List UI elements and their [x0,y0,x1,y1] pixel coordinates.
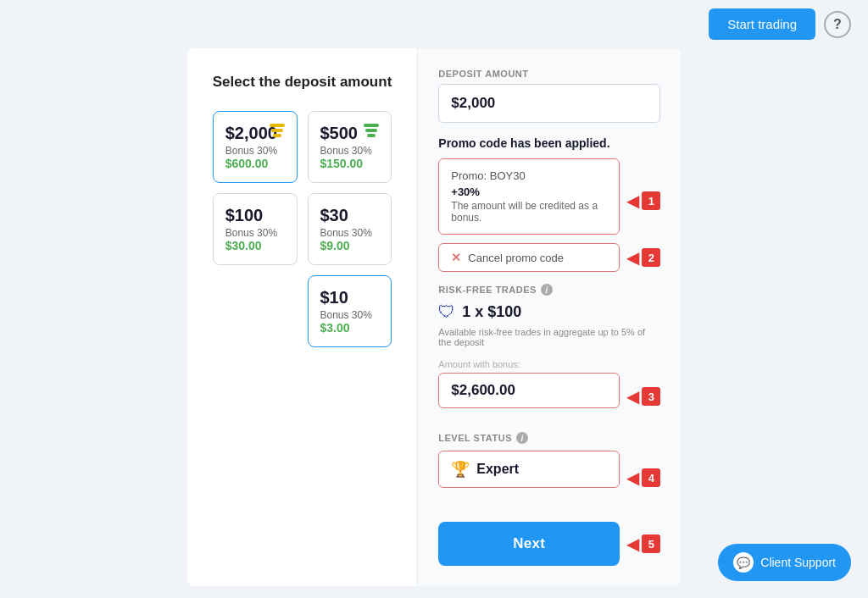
card-bonus-label: Bonus 30% [320,227,380,239]
annotation-number-1: 1 [642,191,660,210]
promo-code-name: Promo: BOY30 [451,169,607,182]
risk-free-row: 🛡 1 x $100 [438,302,660,322]
card-bonus-label: Bonus 30% [225,227,285,239]
right-panel: DEPOSIT AMOUNT Promo code has been appli… [418,48,681,586]
card-bonus-value: $9.00 [320,239,380,252]
deposit-amount-input[interactable] [438,84,660,123]
card-bonus-label: Bonus 30% [320,145,380,157]
card-bonus-value: $150.00 [320,157,380,170]
card-amount: $100 [225,206,285,225]
annotation-5: ◀ 5 [626,534,660,554]
annotation-number-5: 5 [642,534,660,553]
deposit-card-2000[interactable]: $2,000 Bonus 30% $600.00 [213,111,298,183]
cancel-x-icon: ✕ [451,251,461,264]
cancel-promo-label: Cancel promo code [468,252,564,264]
level-status-value: Expert [476,462,519,477]
deposit-amount-label: DEPOSIT AMOUNT [438,69,660,79]
stack-green-icon [364,124,379,137]
annotation-number-2: 2 [642,248,660,267]
risk-free-info-icon[interactable]: i [541,284,553,296]
expert-icon: 🏆 [451,460,470,479]
deposit-card-10[interactable]: $10 Bonus 30% $3.00 [308,275,392,347]
cancel-promo-button[interactable]: ✕ Cancel promo code [438,243,620,272]
deposit-grid: $2,000 Bonus 30% $600.00 $500 Bonus 30% [213,111,392,347]
left-panel: Select the deposit amount $2,000 Bonus 3… [187,48,419,586]
promo-applied-label: Promo code has been applied. [438,136,660,150]
chat-bubble-icon [733,552,754,573]
card-amount: $10 [320,288,380,307]
annotation-1: ◀ 1 [626,191,660,211]
level-status-label: LEVEL STATUS [438,433,512,443]
stack-gold-icon [270,124,285,137]
promo-box: Promo: BOY30 +30% The amount will be cre… [438,158,620,235]
card-bonus-label: Bonus 30% [320,309,380,321]
promo-description: The amount will be credited as a bonus. [451,200,607,224]
annotation-4: ◀ 4 [626,468,660,488]
card-bonus-label: Bonus 30% [225,145,285,157]
client-support-label: Client Support [760,556,836,569]
level-status-box: 🏆 Expert [438,451,620,488]
top-bar: Start trading ? [0,0,868,48]
card-amount: $30 [320,206,380,225]
page-title: Select the deposit amount [213,74,392,91]
deposit-card-500[interactable]: $500 Bonus 30% $150.00 [308,111,392,183]
annotation-3: ◀ 3 [626,386,660,407]
start-trading-button[interactable]: Start trading [709,8,815,40]
amount-with-bonus-value: $2,600.00 [438,373,620,408]
risk-free-note: Available risk-free trades in aggregate … [438,327,660,347]
shield-icon: 🛡 [438,302,455,322]
deposit-card-30[interactable]: $30 Bonus 30% $9.00 [308,193,392,265]
promo-percent: +30% [451,185,607,198]
annotation-number-4: 4 [642,468,660,487]
risk-free-label: RISK-FREE TRADES [438,285,537,295]
help-button[interactable]: ? [824,11,851,38]
client-support-button[interactable]: Client Support [718,544,851,581]
annotation-2: ◀ 2 [626,247,660,268]
level-status-info-icon[interactable]: i [516,432,528,444]
card-bonus-value: $30.00 [225,239,285,252]
deposit-card-100[interactable]: $100 Bonus 30% $30.00 [213,193,298,265]
risk-free-label-row: RISK-FREE TRADES i [438,284,660,296]
main-container: Select the deposit amount $2,000 Bonus 3… [187,48,682,586]
card-bonus-value: $600.00 [225,157,285,170]
amount-with-bonus-label: Amount with bonus: [438,359,660,369]
level-status-label-row: LEVEL STATUS i [438,432,660,444]
card-bonus-value: $3.00 [320,321,380,335]
risk-free-value: 1 x $100 [462,303,521,321]
next-button[interactable]: Next [438,522,620,566]
annotation-number-3: 3 [642,387,660,406]
